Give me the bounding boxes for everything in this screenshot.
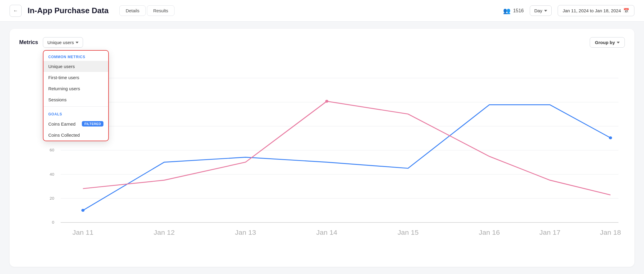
chart-header-left: Metrics Unique users COMMON METRICS Uniq… — [19, 37, 83, 48]
svg-text:Jan 12: Jan 12 — [154, 229, 175, 236]
top-bar: ← In-App Purchase Data Details Results 👥… — [0, 0, 644, 22]
dropdown-item-sessions[interactable]: Sessions — [43, 94, 108, 105]
back-icon: ← — [13, 8, 18, 13]
common-metrics-title: COMMON METRICS — [43, 51, 108, 61]
pink-dot-peak — [325, 100, 329, 103]
blue-line — [83, 105, 611, 210]
date-range-label: Jan 11, 2024 to Jan 18, 2024 — [563, 8, 621, 13]
svg-text:Jan 11: Jan 11 — [73, 229, 94, 236]
blue-dot-end — [609, 136, 612, 139]
metrics-label: Metrics — [19, 39, 38, 46]
chart-area: 0 20 40 60 80 100 120 Jan 11 Jan 12 Jan … — [19, 55, 625, 252]
chart-card: Metrics Unique users COMMON METRICS Uniq… — [10, 29, 634, 267]
svg-text:Jan 14: Jan 14 — [316, 229, 337, 236]
metrics-dropdown-btn[interactable]: Unique users — [43, 37, 83, 48]
chevron-down-icon — [544, 10, 547, 12]
page-title: In-App Purchase Data — [28, 6, 109, 15]
blue-dot-start — [81, 209, 85, 212]
group-by-button[interactable]: Group by — [590, 37, 625, 48]
svg-text:Jan 13: Jan 13 — [235, 229, 256, 236]
dropdown-item-label: Sessions — [48, 97, 67, 102]
tab-results[interactable]: Results — [147, 5, 174, 16]
chart-svg: 0 20 40 60 80 100 120 Jan 11 Jan 12 Jan … — [19, 55, 625, 252]
dropdown-item-label: First-time users — [48, 75, 79, 80]
metrics-dropdown-label: Unique users — [47, 40, 74, 45]
dropdown-item-label: Returning users — [48, 86, 80, 91]
dropdown-item-coins-collected[interactable]: Coins Collected — [43, 130, 108, 141]
metrics-dropdown-menu: COMMON METRICS Unique users First-time u… — [43, 50, 109, 141]
user-count-value: 1516 — [513, 8, 524, 13]
dropdown-item-first-time-users[interactable]: First-time users — [43, 72, 108, 83]
svg-text:Jan 15: Jan 15 — [398, 229, 419, 236]
back-button[interactable]: ← — [10, 5, 22, 17]
svg-text:40: 40 — [50, 172, 54, 176]
svg-text:0: 0 — [52, 220, 54, 225]
dropdown-item-label: Coins Collected — [48, 133, 80, 138]
svg-text:60: 60 — [50, 148, 54, 152]
dropdown-item-label: Unique users — [48, 64, 75, 69]
group-by-label: Group by — [595, 40, 615, 45]
users-icon: 👥 — [503, 7, 511, 14]
date-range-picker[interactable]: Jan 11, 2024 to Jan 18, 2024 📅 — [558, 5, 634, 16]
svg-text:Jan 18: Jan 18 — [600, 229, 621, 236]
dropdown-item-returning-users[interactable]: Returning users — [43, 83, 108, 94]
granularity-dropdown[interactable]: Day — [530, 5, 552, 16]
tab-details[interactable]: Details — [119, 5, 146, 16]
filtered-badge: FILTERED — [82, 121, 103, 127]
main-content: Metrics Unique users COMMON METRICS Uniq… — [0, 22, 644, 274]
svg-text:Jan 16: Jan 16 — [479, 229, 500, 236]
metrics-dropdown-container: Unique users COMMON METRICS Unique users… — [43, 37, 83, 48]
tab-group: Details Results — [119, 5, 174, 16]
dropdown-divider — [43, 106, 108, 107]
user-count: 👥 1516 — [503, 7, 524, 14]
top-right-controls: 👥 1516 Day Jan 11, 2024 to Jan 18, 2024 … — [503, 5, 634, 16]
chevron-down-icon — [617, 42, 620, 43]
pink-line — [83, 101, 611, 195]
dropdown-item-coins-earned[interactable]: Coins Earned FILTERED — [43, 118, 108, 130]
dropdown-item-label: Coins Earned — [48, 121, 76, 127]
dropdown-item-unique-users[interactable]: Unique users — [43, 61, 108, 72]
goals-title: GOALS — [43, 108, 108, 118]
granularity-label: Day — [534, 8, 542, 13]
svg-text:20: 20 — [50, 196, 54, 200]
chevron-down-icon — [76, 42, 79, 43]
calendar-icon: 📅 — [623, 8, 629, 13]
chart-header: Metrics Unique users COMMON METRICS Uniq… — [19, 37, 625, 48]
svg-text:Jan 17: Jan 17 — [539, 229, 560, 236]
